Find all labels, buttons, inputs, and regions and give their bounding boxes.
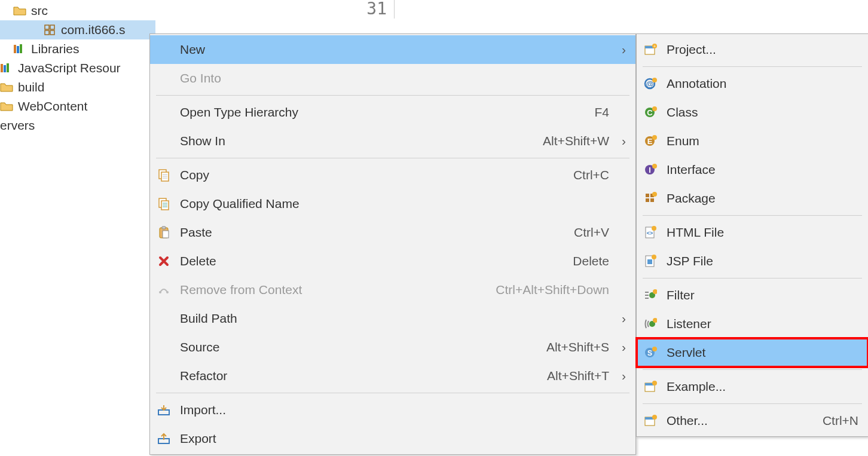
svg-point-47 xyxy=(652,192,657,197)
submenu-arrow-icon: › xyxy=(616,134,626,148)
submenu-item-interface[interactable]: I Interface xyxy=(637,155,868,184)
import-icon xyxy=(155,401,173,419)
submenu-item-package[interactable]: Package xyxy=(637,184,868,213)
blank-icon xyxy=(155,41,173,59)
blank-icon xyxy=(155,103,173,121)
tree-item-servers[interactable]: ervers xyxy=(0,116,155,135)
submenu-item-listener[interactable]: Listener xyxy=(637,310,868,338)
svg-point-66 xyxy=(652,415,657,420)
filter-icon xyxy=(641,286,659,304)
blank-icon xyxy=(155,69,173,87)
svg-point-53 xyxy=(652,255,656,259)
paste-icon xyxy=(155,224,173,241)
submenu-item-jsp[interactable]: JSP File xyxy=(637,247,868,276)
project-explorer: src com.it666.s Libraries JavaScript Res… xyxy=(0,0,155,456)
line-number: 31 xyxy=(366,0,387,19)
tree-label: JavaScript Resour xyxy=(18,61,121,75)
tree-label: Libraries xyxy=(31,42,80,56)
annotation-icon: @ xyxy=(641,75,659,93)
libraries-icon xyxy=(0,62,13,75)
editor-gutter: 31 xyxy=(335,0,395,19)
submenu-item-class[interactable]: C Class xyxy=(637,98,868,127)
folder-icon xyxy=(0,100,13,113)
submenu-item-html[interactable]: <> HTML File xyxy=(637,218,868,247)
menu-item-refactor[interactable]: Refactor Alt+Shift+T › xyxy=(150,362,635,390)
copy-icon xyxy=(155,166,173,184)
submenu-arrow-icon: › xyxy=(616,369,626,383)
folder-open-icon xyxy=(13,4,26,17)
tree-item-webcontent[interactable]: WebContent xyxy=(0,97,155,116)
svg-text:C: C xyxy=(647,108,653,117)
menu-item-remove-context[interactable]: Remove from Context Ctrl+Alt+Shift+Down xyxy=(150,276,635,304)
svg-rect-46 xyxy=(650,198,654,202)
menu-item-new[interactable]: New › xyxy=(150,35,635,64)
menu-item-source[interactable]: Source Alt+Shift+S › xyxy=(150,333,635,362)
svg-point-23 xyxy=(159,291,161,293)
menu-item-copy-qualified[interactable]: Copy Qualified Name xyxy=(150,189,635,218)
submenu-item-annotation[interactable]: @ Annotation xyxy=(637,69,868,98)
menu-item-delete[interactable]: Delete Delete xyxy=(150,247,635,276)
svg-point-63 xyxy=(652,381,657,385)
interface-icon: I xyxy=(641,161,659,179)
new-submenu: + Project... @ Annotation C Class E Enum… xyxy=(636,33,868,437)
class-icon: C xyxy=(641,103,659,121)
svg-text:+: + xyxy=(653,44,656,48)
tree-label: ervers xyxy=(0,118,35,133)
svg-rect-4 xyxy=(14,45,16,53)
submenu-item-servlet[interactable]: S Servlet xyxy=(637,338,868,367)
blank-icon xyxy=(155,367,173,385)
copy-qualified-icon xyxy=(155,195,173,213)
svg-rect-52 xyxy=(647,259,652,264)
menu-separator xyxy=(643,66,862,67)
submenu-item-other[interactable]: Other... Ctrl+N xyxy=(637,406,868,435)
menu-separator xyxy=(156,95,629,96)
remove-context-icon xyxy=(155,281,173,299)
menu-item-paste[interactable]: Paste Ctrl+V xyxy=(150,218,635,247)
tree-item-libraries[interactable]: Libraries xyxy=(0,39,155,59)
svg-rect-9 xyxy=(7,63,9,72)
svg-point-42 xyxy=(652,164,657,169)
svg-text:S: S xyxy=(647,349,652,357)
tree-item-build[interactable]: build xyxy=(0,78,155,97)
svg-rect-22 xyxy=(163,231,169,238)
delete-icon xyxy=(155,252,173,270)
tree-label: build xyxy=(18,80,44,94)
svg-rect-2 xyxy=(45,30,49,35)
jsp-file-icon xyxy=(641,252,659,270)
menu-item-build-path[interactable]: Build Path › xyxy=(150,304,635,333)
menu-separator xyxy=(156,158,629,158)
submenu-item-example[interactable]: Example... xyxy=(637,372,868,401)
tree-item-src[interactable]: src xyxy=(0,1,155,20)
menu-item-export[interactable]: Export xyxy=(150,424,635,453)
tree-item-package[interactable]: com.it666.s xyxy=(0,20,155,39)
menu-item-show-in[interactable]: Show In Alt+Shift+W › xyxy=(150,127,635,155)
submenu-arrow-icon: › xyxy=(616,311,626,326)
menu-item-open-type-hierarchy[interactable]: Open Type Hierarchy F4 xyxy=(150,98,635,127)
menu-separator xyxy=(643,215,862,216)
svg-rect-6 xyxy=(20,44,22,53)
svg-point-24 xyxy=(166,291,169,293)
svg-rect-0 xyxy=(45,25,49,29)
svg-rect-45 xyxy=(646,198,649,202)
export-icon xyxy=(155,430,173,448)
svg-rect-7 xyxy=(1,64,3,72)
svg-point-36 xyxy=(652,106,657,111)
svg-text:E: E xyxy=(647,137,653,146)
menu-separator xyxy=(156,393,629,393)
svg-text:<>: <> xyxy=(647,230,653,236)
svg-point-50 xyxy=(652,226,656,231)
submenu-item-filter[interactable]: Filter xyxy=(637,281,868,310)
blank-icon xyxy=(155,132,173,150)
menu-item-copy[interactable]: Copy Ctrl+C xyxy=(150,161,635,189)
submenu-item-project[interactable]: + Project... xyxy=(637,35,868,64)
context-menu: New › Go Into Open Type Hierarchy F4 Sho… xyxy=(149,33,636,455)
menu-item-go-into[interactable]: Go Into xyxy=(150,64,635,93)
menu-item-import[interactable]: Import... xyxy=(150,396,635,424)
package-icon xyxy=(43,23,56,36)
tree-item-js-resources[interactable]: JavaScript Resour xyxy=(0,59,155,78)
blank-icon xyxy=(155,310,173,328)
example-icon xyxy=(641,378,659,396)
menu-separator xyxy=(643,369,862,370)
submenu-item-enum[interactable]: E Enum xyxy=(637,127,868,155)
svg-point-60 xyxy=(652,347,657,351)
